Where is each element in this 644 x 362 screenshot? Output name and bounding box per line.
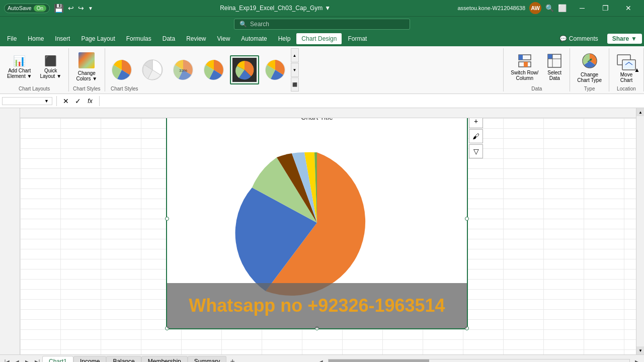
- sheet-next-button[interactable]: ▶: [22, 356, 32, 362]
- data-group-label: Data: [531, 85, 542, 92]
- redo-icon[interactable]: ↪: [78, 4, 84, 12]
- ribbon-group-data: Switch Row/Column SelectData Data: [504, 48, 570, 92]
- file-dropdown-icon[interactable]: ▼: [325, 5, 331, 12]
- chart-toolbar: + 🖌 ▽: [469, 114, 483, 158]
- gallery-scroll-down[interactable]: ▼: [291, 63, 299, 77]
- svg-text:33%: 33%: [179, 68, 187, 73]
- scroll-up-button[interactable]: ▲: [636, 108, 644, 116]
- menu-automate[interactable]: Automate: [236, 33, 272, 44]
- select-data-icon: [546, 53, 562, 69]
- user-avatar[interactable]: AW: [529, 2, 541, 14]
- sheet-tab-income[interactable]: Income: [73, 356, 106, 362]
- autosave-toggle[interactable]: AutoSave On: [4, 4, 50, 13]
- ribbon-group-type: ChangeChart Type Type: [570, 48, 609, 92]
- horizontal-scrollbar[interactable]: [328, 359, 630, 362]
- add-chart-icon: 📊: [13, 55, 26, 67]
- restore-button[interactable]: ❐: [594, 0, 617, 16]
- share-button[interactable]: Share ▼: [607, 34, 642, 44]
- cancel-formula-button[interactable]: ✕: [61, 96, 71, 106]
- quick-access-dropdown[interactable]: ▼: [88, 6, 93, 11]
- title-bar: AutoSave On 💾 ↩ ↪ ▼ Reina_Exp19_Excel_Ch…: [0, 0, 644, 16]
- search-box[interactable]: 🔍: [234, 19, 410, 30]
- scroll-track[interactable]: [636, 116, 644, 346]
- select-data-button[interactable]: SelectData: [543, 51, 566, 83]
- confirm-formula-button[interactable]: ✓: [73, 96, 83, 106]
- chart-style-5[interactable]: [230, 55, 259, 84]
- search-icon[interactable]: 🔍: [545, 4, 554, 12]
- formula-input[interactable]: [104, 97, 642, 106]
- search-icon-inner: 🔍: [239, 21, 247, 28]
- save-icon[interactable]: 💾: [54, 4, 64, 13]
- menu-file[interactable]: File: [2, 33, 22, 44]
- sheet-tab-balance[interactable]: Balance: [106, 356, 141, 362]
- row-header-area: [0, 108, 20, 354]
- menu-view[interactable]: View: [212, 33, 235, 44]
- chart-styles-list: 33%: [107, 52, 290, 88]
- gallery-scroll-up[interactable]: ▲: [291, 48, 299, 62]
- chart-styles-button[interactable]: 🖌: [469, 129, 483, 143]
- main-content: Chart Title: [0, 108, 644, 354]
- undo-icon[interactable]: ↩: [68, 4, 74, 12]
- chart-style-3[interactable]: 33%: [169, 55, 198, 84]
- sheet-tab-summary[interactable]: Summary: [188, 356, 226, 362]
- handle-mr[interactable]: [465, 217, 469, 221]
- close-button[interactable]: ✕: [617, 0, 640, 16]
- minimize-button[interactable]: ─: [571, 0, 594, 16]
- autosave-label: AutoSave: [8, 5, 32, 11]
- add-sheet-button[interactable]: +: [226, 356, 238, 362]
- name-box[interactable]: ▼: [2, 97, 52, 105]
- chart-style-2[interactable]: [138, 55, 167, 84]
- file-title: Reina_Exp19_Excel_Ch03_Cap_Gym: [220, 5, 323, 12]
- scrollbar-right[interactable]: ▲ ▼: [636, 108, 644, 354]
- svg-rect-9: [519, 55, 523, 60]
- menu-help[interactable]: Help: [273, 33, 296, 44]
- handle-ml[interactable]: [165, 217, 169, 221]
- insert-function-button[interactable]: fx: [85, 96, 95, 106]
- sheet-area: Chart Title: [0, 108, 636, 354]
- comments-button[interactable]: 💬 Comments: [554, 34, 603, 44]
- change-colors-button[interactable]: ChangeColors ▼: [73, 50, 101, 83]
- sheet-last-button[interactable]: ▶|: [32, 356, 42, 362]
- name-box-dropdown[interactable]: ▼: [44, 99, 49, 104]
- layouts-group-label: Chart Layouts: [19, 85, 50, 92]
- sheet-first-button[interactable]: |◀: [2, 356, 12, 362]
- menu-home[interactable]: Home: [23, 33, 49, 44]
- watermark-text: Whatsapp no +92326-1963514: [189, 295, 445, 316]
- chart-filters-button[interactable]: ▽: [469, 144, 483, 158]
- sheet-tab-chart1[interactable]: Chart1: [42, 356, 73, 362]
- search-input[interactable]: [250, 21, 405, 28]
- sheet-tab-membership[interactable]: Membership: [141, 356, 188, 362]
- formula-bar: ▼ ✕ ✓ fx: [0, 94, 644, 108]
- title-bar-center: Reina_Exp19_Excel_Ch03_Cap_Gym ▼: [93, 5, 458, 12]
- sheet-prev-button[interactable]: ◀: [12, 356, 22, 362]
- add-chart-element-button[interactable]: 📊 Add ChartElement ▼: [4, 53, 35, 81]
- menu-review[interactable]: Review: [181, 33, 211, 44]
- formula-separator: [56, 96, 57, 106]
- menu-insert[interactable]: Insert: [50, 33, 75, 44]
- gallery-more[interactable]: ⬛: [291, 77, 299, 92]
- formula-separator-2: [99, 96, 100, 106]
- menu-data[interactable]: Data: [157, 33, 180, 44]
- col-header-area: [20, 108, 636, 118]
- sheet-scroll-left[interactable]: ◀: [316, 356, 326, 362]
- chart-style-6[interactable]: [261, 55, 290, 84]
- menu-chart-design[interactable]: Chart Design: [296, 33, 342, 44]
- change-chart-type-button[interactable]: ChangeChart Type: [574, 49, 605, 85]
- menu-format[interactable]: Format: [343, 33, 372, 44]
- menu-page-layout[interactable]: Page Layout: [76, 33, 120, 44]
- ribbon-collapse-btn[interactable]: ▲: [632, 65, 642, 75]
- ribbon: 📊 Add ChartElement ▼ ⬛ QuickLayout ▼ Cha…: [0, 46, 644, 94]
- chart-container[interactable]: Chart Title: [166, 108, 468, 329]
- sheet-scroll-right[interactable]: ▶: [632, 356, 642, 362]
- comments-icon: 💬: [559, 35, 567, 42]
- switch-row-col-icon: [517, 53, 533, 69]
- chart-style-1[interactable]: [107, 55, 136, 84]
- ribbon-display-icon[interactable]: ⬜: [558, 4, 567, 12]
- chart-style-4[interactable]: [199, 55, 228, 84]
- menu-formulas[interactable]: Formulas: [121, 33, 156, 44]
- switch-row-col-button[interactable]: Switch Row/Column: [508, 51, 541, 83]
- scroll-down-button[interactable]: ▼: [636, 346, 644, 354]
- gallery-scroll: ▲ ▼ ⬛: [291, 48, 299, 92]
- quick-layout-button[interactable]: ⬛ QuickLayout ▼: [37, 53, 64, 81]
- change-chart-type-icon: [580, 51, 600, 71]
